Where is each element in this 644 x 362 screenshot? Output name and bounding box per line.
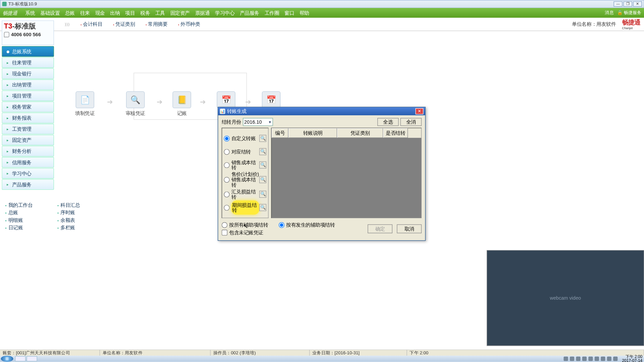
foot-radio-all[interactable]: 按所有辅助项结转 [222, 222, 268, 229]
opt-period-pl-radio[interactable] [224, 205, 229, 210]
sidebar-item-gl[interactable]: 总账系统 [2, 46, 54, 57]
quicklink-mydesk[interactable]: 我的工作台 [5, 201, 33, 209]
sidebar-item-learn[interactable]: 学习中心 [2, 168, 54, 179]
taskbar-app-1[interactable] [15, 356, 26, 361]
opt-period-pl[interactable]: 期间损益结转 🔍 [224, 201, 266, 214]
search-icon[interactable]: 🔍 [259, 135, 266, 142]
sidebar-item-ar[interactable]: 往来管理 [2, 57, 54, 68]
quicklink-balance[interactable]: 余额表 [57, 217, 80, 224]
quicklink-chrono[interactable]: 序时账 [57, 209, 80, 216]
dialog-titlebar[interactable]: 📊 转账生成 ✕ [218, 107, 425, 115]
month-select[interactable]: 2016.10▼ [243, 118, 273, 126]
sidebar-item-credit[interactable]: 信用服务 [2, 157, 54, 168]
taskbar-clock[interactable]: 下午 2:00 2017-07-14 [622, 355, 642, 362]
flow-node-audit[interactable]: 🔍审核凭证 [126, 92, 145, 117]
opt-custom[interactable]: 自定义转账 🔍 [224, 132, 266, 145]
select-none-button[interactable]: 全消 [400, 118, 422, 126]
tray-icon[interactable] [595, 357, 599, 361]
menu-basic[interactable]: 基础设置 [38, 9, 62, 16]
menu-workcircle[interactable]: 工作圈 [262, 9, 282, 16]
menu-system[interactable]: 系统 [22, 9, 38, 16]
search-icon[interactable]: 🔍 [259, 191, 266, 198]
quicklink-multi[interactable]: 多栏账 [57, 224, 80, 231]
select-all-button[interactable]: 全选 [377, 118, 398, 126]
flow-node-post[interactable]: 📒记账 [172, 92, 191, 117]
tray-icon[interactable] [570, 357, 574, 361]
chevron-down-icon: ▼ [268, 120, 271, 124]
window-close-button[interactable]: ✕ [633, 1, 642, 7]
grid-col-type[interactable]: 凭证类别 [337, 128, 383, 138]
search-icon[interactable]: 🔍 [259, 204, 266, 211]
opt-exchange[interactable]: 汇兑损益结转 🔍 [224, 188, 266, 201]
quicklink-gl[interactable]: 总账 [5, 209, 33, 216]
window-minimize-button[interactable]: — [613, 1, 622, 7]
grid-col-no[interactable]: 编号 [272, 128, 288, 138]
dialog-ok-button[interactable]: 确定 [368, 224, 392, 233]
quicklink-detail[interactable]: 明细账 [5, 217, 33, 224]
opt-planprice-radio[interactable] [224, 177, 229, 182]
support-phone: 4006 600 566 [11, 32, 41, 37]
menu-help[interactable]: 帮助 [297, 9, 312, 16]
opt-corresp[interactable]: 对应结转 🔍 [224, 145, 266, 159]
menu-gl[interactable]: 总账 [62, 9, 77, 16]
grid-body-empty [272, 138, 421, 218]
flow-node-create[interactable]: 📄填制凭证 [75, 92, 95, 117]
tray-icon[interactable] [564, 357, 568, 361]
taskbar-app-2[interactable] [26, 356, 37, 361]
tray-icon[interactable] [588, 357, 593, 361]
sidebar-item-fa[interactable]: 固定资产 [2, 135, 54, 145]
foot-checkbox-unposted[interactable]: 包含未记账凭证 [222, 229, 335, 236]
menu-product[interactable]: 产品服务 [237, 9, 262, 16]
search-icon[interactable]: 🔍 [259, 162, 266, 169]
menu-learn[interactable]: 学习中心 [212, 9, 237, 16]
menu-project[interactable]: 项目 [122, 9, 138, 16]
status-account: 账套：[001]广州天天科技有限公司 [0, 350, 100, 356]
opt-salescost-radio[interactable] [224, 162, 229, 168]
dialog-close-button[interactable]: ✕ [416, 108, 424, 115]
menubar-messages[interactable]: 消息 [605, 10, 613, 16]
menu-tools[interactable]: 工具 [153, 9, 168, 16]
menu-cashier[interactable]: 出纳 [108, 9, 123, 16]
menubar-service[interactable]: 🔒 畅捷服务 [617, 10, 641, 16]
foot-radio-occurred[interactable]: 按有发生的辅助项结转 [279, 222, 335, 229]
sidebar-item-report[interactable]: 财务报表 [2, 113, 54, 123]
grid-col-desc[interactable]: 转账说明 [288, 128, 337, 138]
brand-block: T3-标准版 4006 600 566 [2, 20, 54, 45]
dialog-icon: 📊 [220, 109, 225, 114]
dialog-cancel-button[interactable]: 取消 [397, 224, 422, 233]
menu-cash[interactable]: 现金 [93, 9, 108, 16]
window-restore-button[interactable]: ❐ [623, 1, 632, 7]
menu-bill[interactable]: 票据通 [193, 9, 212, 16]
menu-fa[interactable]: 固定资产 [168, 9, 193, 16]
grid-col-flag[interactable]: 是否结转 [383, 128, 408, 138]
search-icon[interactable]: 🔍 [259, 148, 266, 155]
sidebar-item-analysis[interactable]: 财务分析 [2, 146, 54, 157]
webcam-overlay: webcam video [487, 250, 644, 346]
menu-ar[interactable]: 往来 [77, 9, 93, 16]
opt-corresp-radio[interactable] [224, 149, 229, 155]
sidebar-item-payroll[interactable]: 工资管理 [2, 124, 54, 134]
sidebar-item-tax[interactable]: 税务管家 [2, 102, 54, 112]
tray-icon[interactable] [607, 357, 611, 361]
search-icon[interactable]: 🔍 [259, 176, 266, 183]
main-menubar: 畅捷通 系统 基础设置 总账 往来 现金 出纳 项目 税务 工具 固定资产 票据… [0, 8, 644, 18]
opt-custom-radio[interactable] [224, 135, 229, 141]
tray-icon[interactable] [582, 357, 587, 361]
tray-icon[interactable] [613, 357, 618, 361]
quicklink-journal[interactable]: 日记账 [5, 224, 33, 231]
tray-icon[interactable] [601, 357, 605, 361]
opt-exchange-radio[interactable] [224, 191, 229, 197]
sidebar-item-cashier[interactable]: 出纳管理 [2, 79, 54, 90]
transfer-dialog: 📊 转账生成 ✕ 结转月份 2016.10▼ 全选 全消 自定义转账 🔍 [218, 107, 426, 241]
sidebar-item-project[interactable]: 项目管理 [2, 90, 54, 101]
menu-tax[interactable]: 税务 [138, 9, 153, 16]
tray-icon[interactable] [576, 357, 580, 361]
sidebar-item-product[interactable]: 产品服务 [2, 179, 54, 190]
quicklink-summary[interactable]: 科目汇总 [57, 201, 80, 209]
sidebar-item-cashbank[interactable]: 现金银行 [2, 68, 54, 79]
menu-window[interactable]: 窗口 [282, 9, 297, 16]
opt-salescost[interactable]: 销售成本结转 🔍 [224, 158, 266, 172]
start-button[interactable]: ⊞ [1, 356, 13, 362]
dialog-title: 转账生成 [227, 108, 247, 115]
opt-planprice[interactable]: 售价(计划价) 销售成本结转 🔍 [224, 172, 266, 188]
